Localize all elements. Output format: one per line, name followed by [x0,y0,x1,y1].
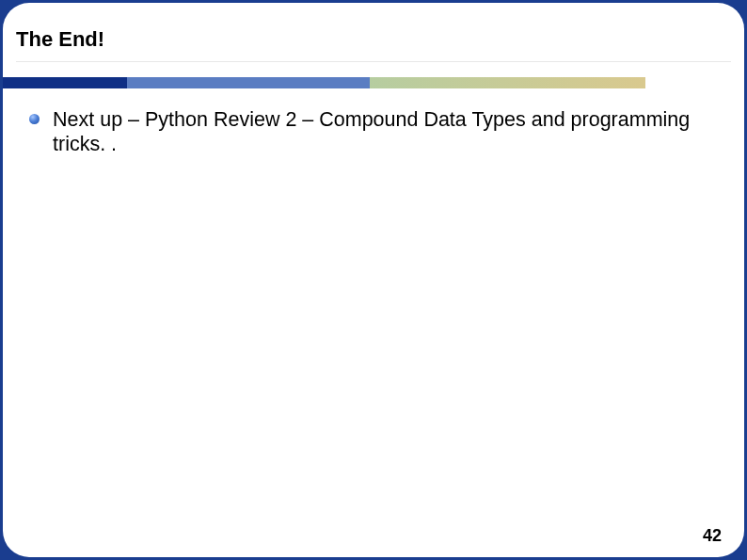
divider-segment-blank [645,77,744,88]
bullet-icon [29,114,40,124]
content-area: Next up – Python Review 2 – Compound Dat… [3,88,744,156]
slide-title: The End! [16,27,744,52]
divider-segment-blue [127,77,370,88]
list-item: Next up – Python Review 2 – Compound Dat… [29,107,710,156]
page-number: 42 [703,526,722,546]
title-area: The End! [3,3,744,52]
divider-bar [3,77,744,88]
bullet-text: Next up – Python Review 2 – Compound Dat… [53,107,710,156]
title-hairline [16,61,731,62]
slide: The End! Next up – Python Review 2 – Com… [3,3,744,557]
divider-segment-dark [3,77,127,88]
divider-segment-olive [370,77,645,88]
